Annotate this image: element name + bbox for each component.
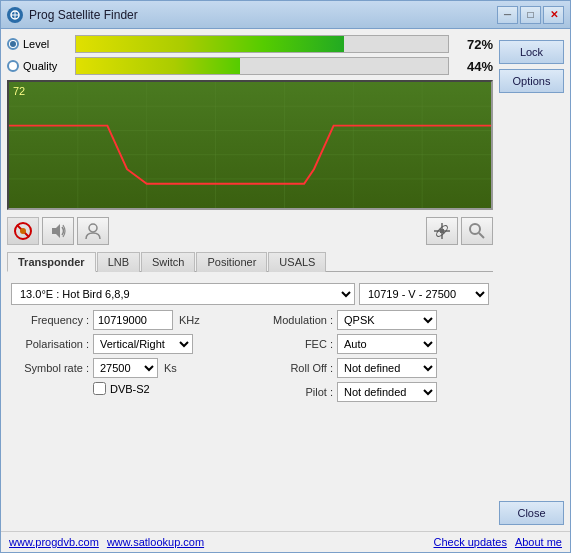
footer: www.progdvb.com www.satlookup.com Check … <box>1 531 570 552</box>
sidebar-buttons: Lock Options Close <box>499 35 564 525</box>
modulation-row: Modulation : QPSK <box>255 310 489 330</box>
svg-line-25 <box>479 233 484 238</box>
quality-bar-container <box>75 57 449 75</box>
tab-transponder[interactable]: Transponder <box>7 252 96 272</box>
symbol-rate-label: Symbol rate : <box>11 362 89 374</box>
form-col-left: Frequency : KHz Polarisation : Vertical/… <box>11 310 245 402</box>
meter-section: Level 72% Quality 44% <box>7 35 493 75</box>
graph-label: 72 <box>13 85 25 97</box>
form-columns: Frequency : KHz Polarisation : Vertical/… <box>11 310 489 402</box>
tab-usals[interactable]: USALS <box>268 252 326 272</box>
no-signal-button[interactable] <box>7 217 39 245</box>
svg-point-15 <box>20 228 26 234</box>
polarisation-row: Polarisation : Vertical/Right <box>11 334 245 354</box>
quality-bar-fill <box>76 58 240 74</box>
content-area: Level 72% Quality 44% <box>1 29 570 531</box>
form-area: 13.0°E : Hot Bird 6,8,9 10719 - V - 2750… <box>7 277 493 408</box>
pilot-label: Pilot : <box>255 386 333 398</box>
minimize-button[interactable]: ─ <box>497 6 518 24</box>
satellite-button[interactable] <box>426 217 458 245</box>
tab-positioner[interactable]: Positioner <box>196 252 267 272</box>
quality-percent: 44% <box>455 59 493 74</box>
frequency-select[interactable]: 10719 - V - 27500 <box>359 283 489 305</box>
options-button[interactable]: Options <box>499 69 564 93</box>
form-col-right: Modulation : QPSK FEC : Auto <box>255 310 489 402</box>
polarisation-label: Polarisation : <box>11 338 89 350</box>
person-button[interactable] <box>77 217 109 245</box>
level-label: Level <box>23 38 49 50</box>
frequency-input[interactable] <box>93 310 173 330</box>
title-bar: Prog Satellite Finder ─ □ ✕ <box>1 1 570 29</box>
graph-svg <box>9 82 491 208</box>
satlookup-link[interactable]: www.satlookup.com <box>107 536 204 548</box>
satellite-select[interactable]: 13.0°E : Hot Bird 6,8,9 <box>11 283 355 305</box>
dvbs2-label[interactable]: DVB-S2 <box>93 382 150 395</box>
tab-switch[interactable]: Switch <box>141 252 195 272</box>
rolloff-select[interactable]: Not defined <box>337 358 437 378</box>
fec-row: FEC : Auto <box>255 334 489 354</box>
level-bar-container <box>75 35 449 53</box>
check-updates-link[interactable]: Check updates <box>434 536 507 548</box>
level-radio[interactable] <box>7 38 19 50</box>
maximize-button[interactable]: □ <box>520 6 541 24</box>
pilot-select[interactable]: Not definded <box>337 382 437 402</box>
level-radio-label[interactable]: Level <box>7 38 69 50</box>
rolloff-label: Roll Off : <box>255 362 333 374</box>
rolloff-row: Roll Off : Not defined <box>255 358 489 378</box>
window-controls: ─ □ ✕ <box>497 6 564 24</box>
symbol-rate-row: Symbol rate : 27500 Ks <box>11 358 245 378</box>
svg-rect-18 <box>440 229 444 233</box>
app-icon <box>7 7 23 23</box>
fec-select[interactable]: Auto <box>337 334 437 354</box>
main-window: Prog Satellite Finder ─ □ ✕ Level 7 <box>0 0 571 553</box>
main-area: Level 72% Quality 44% <box>7 35 493 525</box>
quality-meter-row: Quality 44% <box>7 57 493 75</box>
quality-label: Quality <box>23 60 57 72</box>
tab-lnb[interactable]: LNB <box>97 252 140 272</box>
toolbar <box>7 215 493 247</box>
modulation-label: Modulation : <box>255 314 333 326</box>
frequency-unit: KHz <box>179 314 200 326</box>
fec-label: FEC : <box>255 338 333 350</box>
dvbs2-checkbox[interactable] <box>93 382 106 395</box>
lock-button[interactable]: Lock <box>499 40 564 64</box>
quality-radio-label[interactable]: Quality <box>7 60 69 72</box>
symbol-rate-select[interactable]: 27500 <box>93 358 158 378</box>
level-percent: 72% <box>455 37 493 52</box>
pilot-row: Pilot : Not definded <box>255 382 489 402</box>
symbol-rate-unit: Ks <box>164 362 177 374</box>
transponder-select-row: 13.0°E : Hot Bird 6,8,9 10719 - V - 2750… <box>11 283 489 305</box>
svg-point-24 <box>470 224 480 234</box>
svg-point-17 <box>89 224 97 232</box>
window-title: Prog Satellite Finder <box>29 8 497 22</box>
close-button[interactable]: Close <box>499 501 564 525</box>
progdvb-link[interactable]: www.progdvb.com <box>9 536 99 548</box>
signal-graph: 72 <box>7 80 493 210</box>
audio-button[interactable] <box>42 217 74 245</box>
svg-marker-16 <box>52 224 60 238</box>
search-button[interactable] <box>461 217 493 245</box>
frequency-label: Frequency : <box>11 314 89 326</box>
dvbs2-row: DVB-S2 <box>11 382 245 395</box>
dvbs2-text: DVB-S2 <box>110 383 150 395</box>
close-window-button[interactable]: ✕ <box>543 6 564 24</box>
modulation-select[interactable]: QPSK <box>337 310 437 330</box>
quality-radio[interactable] <box>7 60 19 72</box>
about-me-link[interactable]: About me <box>515 536 562 548</box>
level-meter-row: Level 72% <box>7 35 493 53</box>
level-bar-fill <box>76 36 344 52</box>
polarisation-select[interactable]: Vertical/Right <box>93 334 193 354</box>
tabs: Transponder LNB Switch Positioner USALS <box>7 252 493 272</box>
frequency-row: Frequency : KHz <box>11 310 245 330</box>
